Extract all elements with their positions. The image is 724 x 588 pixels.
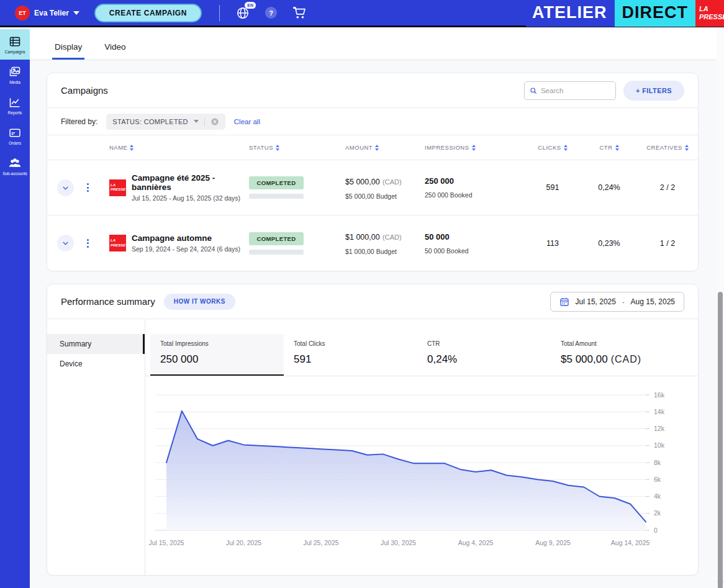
svg-text:2k: 2k bbox=[654, 509, 661, 517]
date-range-picker[interactable]: Jul 15, 2025 - Aug 15, 2025 bbox=[550, 292, 684, 312]
campaigns-title: Campaigns bbox=[61, 85, 108, 96]
subnav-device[interactable]: Device bbox=[47, 354, 145, 374]
tab-video[interactable]: Video bbox=[97, 36, 133, 60]
amount-cell: $5 000,00 (CAD) $5 000,00 Budget bbox=[345, 176, 425, 200]
stat-total-impressions[interactable]: Total Impressions 250 000 bbox=[150, 334, 284, 376]
campaign-dates: Jul 15, 2025 - Aug 15, 2025 (32 days) bbox=[132, 194, 249, 202]
column-header-status[interactable]: STATUS bbox=[249, 144, 345, 151]
main-content: Campaigns + FILTERS Filtered by: STATUS:… bbox=[30, 60, 717, 588]
column-header-ctr[interactable]: CTR bbox=[581, 144, 637, 151]
grid-table-icon bbox=[9, 35, 21, 48]
credit-card-icon bbox=[9, 127, 21, 139]
row-menu-button[interactable] bbox=[82, 179, 93, 196]
sort-icon bbox=[375, 145, 379, 151]
sidebar: Campaigns Media Reports Orders bbox=[0, 29, 30, 588]
row-menu-button[interactable] bbox=[82, 235, 93, 251]
tab-display[interactable]: Display bbox=[47, 36, 89, 60]
subnav-summary[interactable]: Summary bbox=[47, 334, 145, 354]
topbar-left: ET Eva Telier CREATE CAMPAIGN EN ? bbox=[0, 4, 526, 22]
how-it-works-button[interactable]: HOW IT WORKS bbox=[164, 294, 235, 310]
sidebar-item-campaigns[interactable]: Campaigns bbox=[0, 29, 30, 60]
campaigns-panel-header: Campaigns + FILTERS bbox=[47, 73, 698, 108]
column-header-amount[interactable]: AMOUNT bbox=[345, 144, 425, 151]
performance-main: Total Impressions 250 000 Total Clicks 5… bbox=[145, 319, 698, 575]
performance-title: Performance summary bbox=[61, 296, 155, 307]
filters-button[interactable]: + FILTERS bbox=[623, 81, 684, 101]
campaign-row[interactable]: LAPRESSE Campagne automne Sep 19, 2024 -… bbox=[47, 215, 698, 271]
chevron-down-icon bbox=[61, 239, 70, 247]
column-header-creatives[interactable]: CREATIVES bbox=[637, 144, 698, 151]
remove-filter-icon[interactable] bbox=[210, 117, 219, 126]
svg-text:0: 0 bbox=[654, 527, 658, 534]
create-campaign-button[interactable]: CREATE CAMPAIGN bbox=[94, 4, 202, 22]
campaign-dates: Sep 19, 2024 - Sep 24, 2024 (6 days) bbox=[132, 245, 240, 253]
vertical-scrollbar bbox=[717, 29, 724, 588]
user-menu[interactable]: ET Eva Telier bbox=[15, 6, 79, 20]
logo-atelier: ATELIER bbox=[526, 0, 615, 27]
expand-row-button[interactable] bbox=[57, 235, 74, 251]
campaigns-panel: Campaigns + FILTERS Filtered by: STATUS:… bbox=[47, 73, 699, 271]
sort-icon bbox=[685, 145, 689, 151]
topbar-divider bbox=[219, 5, 220, 21]
shopping-cart-icon bbox=[292, 7, 306, 19]
performance-body: Summary Device Total Impressions 250 000… bbox=[47, 319, 698, 575]
logo-lapresse: LA PRESSE bbox=[695, 0, 724, 27]
svg-text:Aug 14, 2025: Aug 14, 2025 bbox=[611, 539, 650, 546]
brand-logo: ATELIER DIRECT LA PRESSE bbox=[526, 0, 724, 27]
lapresse-logo-icon: LAPRESSE bbox=[109, 235, 126, 251]
creatives-cell: 2 / 2 bbox=[637, 183, 698, 192]
logo-direct: DIRECT bbox=[615, 0, 696, 27]
app-root: ET Eva Telier CREATE CAMPAIGN EN ? bbox=[0, 0, 724, 588]
amount-cell: $1 000,00 (CAD) $1 000,00 Budget bbox=[345, 231, 425, 255]
sidebar-item-reports[interactable]: Reports bbox=[0, 90, 30, 120]
cart-button[interactable] bbox=[292, 7, 306, 19]
chevron-down-icon bbox=[61, 184, 70, 192]
creatives-cell: 1 / 2 bbox=[637, 239, 698, 248]
svg-text:Jul 25, 2025: Jul 25, 2025 bbox=[303, 539, 338, 546]
performance-panel: Performance summary HOW IT WORKS Jul 15,… bbox=[47, 284, 699, 576]
calendar-icon bbox=[559, 297, 569, 307]
clicks-cell: 591 bbox=[524, 183, 581, 192]
campaign-row[interactable]: LAPRESSE Campagne été 2025 - bannières J… bbox=[47, 160, 698, 215]
clicks-cell: 113 bbox=[524, 239, 581, 248]
stat-ctr[interactable]: CTR 0,24% bbox=[417, 334, 551, 376]
svg-text:Jul 15, 2025: Jul 15, 2025 bbox=[148, 539, 184, 546]
stat-total-amount[interactable]: Total Amount $5 000,00(CAD) bbox=[551, 334, 684, 376]
sidebar-item-media[interactable]: Media bbox=[0, 60, 30, 90]
performance-chart: 02k4k6k8k10k12k14k16kJul 15, 2025Jul 20,… bbox=[145, 385, 698, 556]
clear-all-link[interactable]: Clear all bbox=[234, 118, 260, 125]
sort-icon bbox=[130, 145, 133, 151]
stats-row: Total Impressions 250 000 Total Clicks 5… bbox=[145, 334, 698, 376]
date-from: Jul 15, 2025 bbox=[576, 297, 616, 306]
language-badge: EN bbox=[245, 2, 256, 9]
sort-icon bbox=[472, 145, 476, 151]
column-header-clicks[interactable]: CLICKS bbox=[524, 144, 581, 151]
scroll-down-arrow-icon[interactable] bbox=[717, 581, 723, 586]
ctr-cell: 0,23% bbox=[581, 239, 637, 248]
svg-text:10k: 10k bbox=[654, 441, 665, 449]
line-chart-icon bbox=[9, 96, 21, 109]
sidebar-item-orders[interactable]: Orders bbox=[0, 120, 30, 151]
help-button[interactable]: ? bbox=[265, 7, 277, 19]
language-globe-button[interactable]: EN bbox=[236, 6, 250, 20]
expand-row-button[interactable] bbox=[57, 179, 74, 196]
search-input[interactable] bbox=[541, 87, 610, 94]
status-filter-chip[interactable]: STATUS: COMPLETED bbox=[106, 114, 225, 130]
scrollbar-thumb[interactable] bbox=[718, 292, 723, 588]
sidebar-item-sub-accounts[interactable]: Sub-accounts bbox=[0, 151, 30, 181]
budget-subtext: $5 000,00 Budget bbox=[345, 192, 425, 200]
performance-panel-header: Performance summary HOW IT WORKS Jul 15,… bbox=[47, 284, 698, 319]
avatar: ET bbox=[15, 6, 30, 20]
campaign-name-cell: LAPRESSE Campagne automne Sep 19, 2024 -… bbox=[109, 233, 249, 253]
question-mark-icon: ? bbox=[265, 7, 277, 19]
column-header-name[interactable]: NAME bbox=[109, 144, 249, 151]
booked-subtext: 50 000 Booked bbox=[425, 247, 524, 255]
tabs-bar: Display Video bbox=[30, 29, 717, 60]
status-cell: COMPLETED bbox=[249, 176, 345, 199]
sort-icon bbox=[276, 145, 279, 151]
svg-text:4k: 4k bbox=[654, 492, 661, 500]
stat-total-clicks[interactable]: Total Clicks 591 bbox=[284, 334, 417, 376]
column-header-impressions[interactable]: IMPRESSIONS bbox=[425, 144, 524, 151]
campaigns-header-actions: + FILTERS bbox=[524, 81, 684, 101]
status-badge: COMPLETED bbox=[249, 176, 304, 189]
